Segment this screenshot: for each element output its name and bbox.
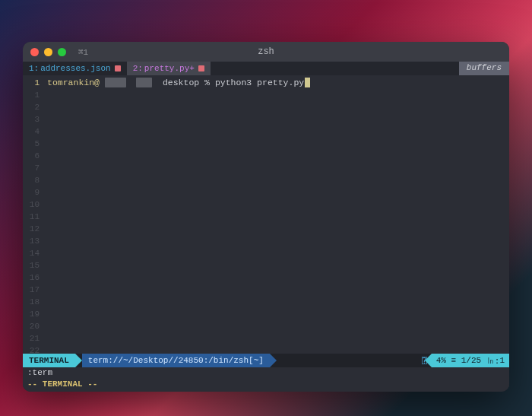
line-number: 8 [23,174,40,186]
status-line: TERMINAL term://~/Desktop//24850:/bin/zs… [23,354,509,367]
status-percent: 4% [436,356,446,365]
status-spacer [270,354,417,367]
line-number: 12 [23,223,40,235]
traffic-lights [30,48,66,56]
prompt-path: desktop [163,78,199,87]
buffer-index: 2: [133,64,143,73]
window-title: zsh [258,46,274,57]
buffers-label: buffers [459,62,509,75]
status-path: term://~/Desktop//24850:/bin/zsh[~] [82,354,270,367]
line-number: 4 [23,125,40,138]
line-number: 1 [23,89,40,101]
line-number: 9 [23,186,40,198]
buffer-index: 1: [29,64,39,73]
redacted-host: ████ [105,78,126,87]
tab-indicator: ⌘1 [78,47,88,57]
prompt-line: tomrankin@ ████ ███ desktop % python3 pr… [47,77,506,89]
line-number-gutter: 1 1 2 3 4 5 6 7 8 9 10 11 12 13 14 15 16… [23,75,44,354]
minimize-icon[interactable] [44,48,52,56]
status-mode: TERMINAL [23,354,75,367]
line-number: 19 [23,308,40,320]
tab-pretty[interactable]: 2: pretty.py+ [127,62,211,75]
line-number: 5 [23,138,40,150]
status-sep: ≡ [451,356,457,365]
line-number: 17 [23,284,40,296]
line-number: 6 [23,150,40,162]
line-number: 15 [23,259,40,272]
prompt-symbol: % [204,78,210,87]
line-number: 10 [23,198,40,211]
modified-icon [115,65,121,71]
buffer-name: pretty.py+ [144,64,195,73]
line-number: 13 [23,235,40,247]
command-line[interactable]: :term [23,367,509,379]
titlebar[interactable]: ⌘1 zsh [23,42,509,62]
line-number: 1 [23,77,40,89]
cursor-icon [305,78,310,87]
buffer-name: addresses.json [40,64,110,73]
status-col: 1 [499,356,505,365]
command-text: python3 pretty.py [215,78,304,87]
mode-message: -- TERMINAL -- [23,379,509,392]
status-col-icon: ㏑: [486,355,500,367]
prompt-user: tomrankin@ [47,78,100,87]
line-number: 20 [23,320,40,332]
status-position: 4% ≡ 1/25 ㏑:1 [432,354,509,367]
line-number: 3 [23,113,40,125]
line-number: 21 [23,332,40,345]
line-number: 11 [23,211,40,223]
line-number: 7 [23,162,40,174]
line-number: 14 [23,247,40,259]
fullscreen-icon[interactable] [58,48,66,56]
terminal-window: ⌘1 zsh 1: addresses.json 2: pretty.py+ b… [23,42,509,392]
redacted-host: ███ [136,78,152,87]
line-number: 2 [23,101,40,113]
status-lines: 1/25 [461,356,481,365]
line-number: 22 [23,345,40,354]
line-number: 16 [23,272,40,284]
line-number: 18 [23,296,40,308]
terminal-content[interactable]: tomrankin@ ████ ███ desktop % python3 pr… [44,75,509,354]
modified-icon [198,65,204,71]
buffer-line: 1: addresses.json 2: pretty.py+ buffers [23,62,509,75]
tab-addresses[interactable]: 1: addresses.json [23,62,127,75]
close-icon[interactable] [30,48,39,56]
editor-area: 1 1 2 3 4 5 6 7 8 9 10 11 12 13 14 15 16… [23,75,509,354]
